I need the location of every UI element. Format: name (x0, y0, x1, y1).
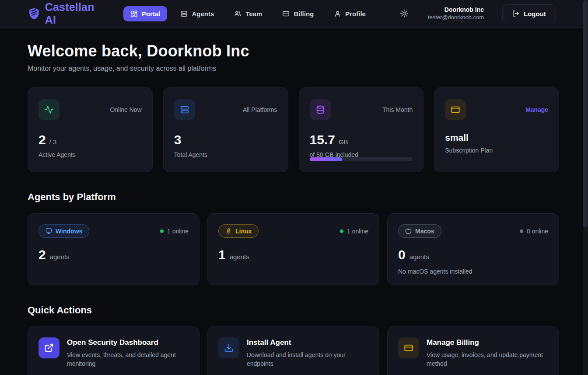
stats-section: Online Now 2 / 3 Active Agents All Platf… (28, 87, 559, 172)
credit-card-icon (445, 99, 466, 120)
sun-icon (400, 9, 409, 18)
credit-card-icon (282, 10, 290, 17)
online-dot (340, 229, 343, 233)
activity-icon (38, 99, 60, 120)
top-nav: Castellan AI Portal Agents Team Billing … (0, 0, 588, 28)
stat-card-subscription: Manage small Subscription Plan (434, 87, 559, 172)
database-icon (310, 99, 331, 120)
monitor-icon (46, 228, 52, 234)
users-icon (234, 10, 242, 17)
brand[interactable]: Castellan AI (28, 1, 97, 26)
page-scrollbar[interactable] (583, 0, 588, 375)
logout-icon (512, 10, 519, 17)
quick-actions-section: Open Security Dashboard View events, thr… (28, 326, 559, 375)
platform-count: 0 (398, 247, 406, 262)
install-agent-button[interactable]: Install Agent Download and install agent… (207, 326, 379, 375)
online-count: 1 online (347, 228, 368, 235)
macos-badge: Macos (398, 224, 441, 238)
nav-label: Profile (345, 10, 366, 17)
platform-card-macos: Macos 0 online 0 agents No macOS agents … (387, 213, 559, 285)
page-title: Welcome back, Doorknob Inc (28, 42, 559, 60)
platforms-heading: Agents by Platform (28, 191, 559, 203)
open-security-dashboard-button[interactable]: Open Security Dashboard View events, thr… (28, 326, 200, 375)
platform-count: 1 (218, 247, 226, 262)
manage-billing-button[interactable]: Manage Billing View usage, invoices, and… (387, 326, 559, 375)
user-name: Doorknob Inc (428, 6, 484, 14)
online-count: 1 online (167, 228, 189, 235)
platform-count: 2 (38, 247, 46, 262)
stat-label: Online Now (110, 106, 141, 113)
nav-label: Billing (294, 10, 314, 17)
stat-label: This Month (382, 106, 413, 113)
external-link-icon (38, 337, 60, 358)
manage-subscription-link[interactable]: Manage (525, 106, 548, 113)
download-icon (218, 337, 239, 358)
stat-card-online-now: Online Now 2 / 3 Active Agents (28, 87, 153, 172)
nav-label: Portal (142, 10, 161, 17)
stat-suffix: / 3 (49, 138, 57, 146)
nav-label: Agents (192, 10, 214, 17)
stat-caption: Active Agents (38, 151, 142, 158)
stat-value: 2 (38, 132, 46, 147)
stat-label: All Platforms (243, 106, 277, 113)
platform-card-linux: Linux 1 online 1 agents (207, 213, 379, 285)
online-status: 1 online (160, 228, 189, 235)
stat-value: 15.7 (310, 132, 335, 147)
platform-name: Windows (56, 228, 82, 235)
logout-button[interactable]: Logout (502, 4, 556, 23)
stat-value: 3 (174, 132, 182, 147)
stat-caption: Subscription Plan (445, 147, 548, 154)
nav-item-profile[interactable]: Profile (327, 6, 373, 21)
user-icon (334, 10, 341, 17)
page-subtitle: Monitor your agents, usage, and security… (28, 65, 559, 73)
online-status: 0 online (520, 228, 548, 235)
online-dot (160, 229, 164, 233)
online-count: 0 online (527, 228, 548, 235)
offline-dot (520, 229, 523, 233)
platforms-section: Windows 1 online 2 agents Linux (28, 213, 559, 285)
quick-action-title: Open Security Dashboard (67, 338, 186, 347)
quick-action-description: View events, threats, and detailed agent… (67, 351, 186, 368)
quick-action-description: Download and install agents on your endp… (247, 351, 366, 368)
online-status: 1 online (340, 228, 368, 235)
theme-toggle-button[interactable] (397, 7, 411, 21)
penguin-icon (225, 228, 232, 234)
quick-action-title: Manage Billing (427, 338, 546, 347)
dashboard-main: Welcome back, Doorknob Inc Monitor your … (28, 42, 559, 375)
nav-item-agents[interactable]: Agents (173, 6, 221, 21)
nav-item-portal[interactable]: Portal (123, 6, 168, 21)
stat-caption: Total Agents (174, 151, 277, 158)
stat-card-usage: This Month 15.7 GB of 50 GB included (299, 87, 424, 172)
nav-item-team[interactable]: Team (227, 6, 269, 21)
platform-count-label: agents (50, 253, 70, 260)
usage-progress-bar (310, 157, 413, 161)
platform-name: Macos (415, 228, 434, 235)
platform-count-label: agents (230, 253, 249, 260)
scrollbar-thumb[interactable] (583, 0, 588, 227)
stat-suffix: GB (339, 138, 348, 146)
logout-label: Logout (524, 10, 546, 17)
apple-icon (405, 228, 412, 234)
platform-empty-note: No macOS agents installed (398, 268, 548, 275)
server-icon (174, 99, 195, 120)
user-info: Doorknob Inc tester@doorknob.com (428, 6, 484, 21)
credit-card-icon (398, 337, 419, 358)
main-nav: Portal Agents Team Billing Profile (123, 6, 373, 21)
nav-item-billing[interactable]: Billing (275, 6, 321, 21)
stat-card-total-agents: All Platforms 3 Total Agents (163, 87, 288, 172)
user-email: tester@doorknob.com (428, 14, 484, 21)
platform-name: Linux (235, 228, 252, 235)
linux-badge: Linux (218, 224, 259, 238)
stat-value: small (445, 132, 469, 143)
dashboard-grid-icon (130, 10, 138, 17)
platform-count-label: agents (410, 253, 429, 260)
shield-logo-icon (28, 6, 41, 21)
platform-card-windows: Windows 1 online 2 agents (28, 213, 200, 285)
usage-progress-fill (310, 157, 342, 161)
quick-action-title: Install Agent (247, 338, 366, 347)
brand-name: Castellan AI (45, 1, 97, 26)
windows-badge: Windows (38, 224, 89, 238)
server-icon (180, 10, 188, 17)
quick-actions-heading: Quick Actions (28, 305, 559, 316)
nav-label: Team (245, 10, 262, 17)
